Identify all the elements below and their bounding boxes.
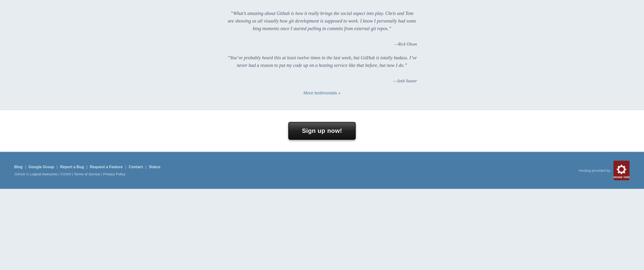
testimonial-2-author: —Josh Susser (227, 78, 417, 84)
more-testimonials-link[interactable]: More testimonials » (304, 91, 340, 96)
svg-point-2 (619, 167, 624, 172)
svg-rect-4 (621, 172, 622, 174)
footer-blog-link[interactable]: Blog (14, 165, 23, 169)
footer-copyright: GitHub is Logical Awesome | ©2008 | Term… (14, 172, 160, 176)
footer-nav: Blog | Google Group | Report a Bug | Req… (14, 165, 160, 169)
copyright-prefix: GitHub is (14, 172, 30, 176)
footer: Blog | Google Group | Report a Bug | Req… (0, 152, 644, 189)
footer-request-feature-link[interactable]: Request a Feature (90, 165, 123, 169)
separator-5: | (146, 165, 146, 169)
testimonials-section: “What’s amazing about Github is how it r… (0, 0, 644, 110)
testimonial-1: “What’s amazing about Github is how it r… (227, 10, 417, 32)
privacy-link[interactable]: Privacy Policy (103, 172, 125, 176)
footer-report-bug-link[interactable]: Report a Bug (60, 165, 84, 169)
copyright-year: | ©2008 | (58, 172, 74, 176)
signup-button[interactable]: Sign up now! (288, 122, 356, 140)
footer-google-group-link[interactable]: Google Group (29, 165, 54, 169)
svg-rect-5 (617, 169, 618, 170)
separator-6: | (101, 172, 103, 176)
tos-link[interactable]: Terms of Service (74, 172, 100, 176)
testimonial-2-quote: “You’ve probably heard this at least twe… (227, 54, 417, 69)
engine-yard-logo: ENGINE YARD (613, 160, 630, 180)
testimonial-2: “You’ve probably heard this at least twe… (227, 54, 417, 69)
testimonial-1-author: —Rick Olson (227, 42, 417, 47)
separator-4: | (125, 165, 126, 169)
svg-rect-6 (624, 169, 626, 170)
svg-rect-3 (621, 165, 622, 166)
hosting-text: Hosting provided by (579, 168, 610, 172)
svg-text:ENGINE YARD: ENGINE YARD (613, 176, 630, 179)
footer-left: Blog | Google Group | Report a Bug | Req… (14, 165, 160, 176)
footer-status-link[interactable]: Status (149, 165, 160, 169)
separator-1: | (25, 165, 26, 169)
signup-section: Sign up now! (0, 110, 644, 152)
footer-right: Hosting provided by ENGINE YARD (579, 160, 630, 180)
separator-2: | (57, 165, 58, 169)
footer-contact-link[interactable]: Contact (129, 165, 143, 169)
logical-awesome-link[interactable]: Logical Awesome (30, 172, 58, 176)
testimonial-1-quote: “What’s amazing about Github is how it r… (227, 10, 417, 32)
separator-3: | (86, 165, 87, 169)
